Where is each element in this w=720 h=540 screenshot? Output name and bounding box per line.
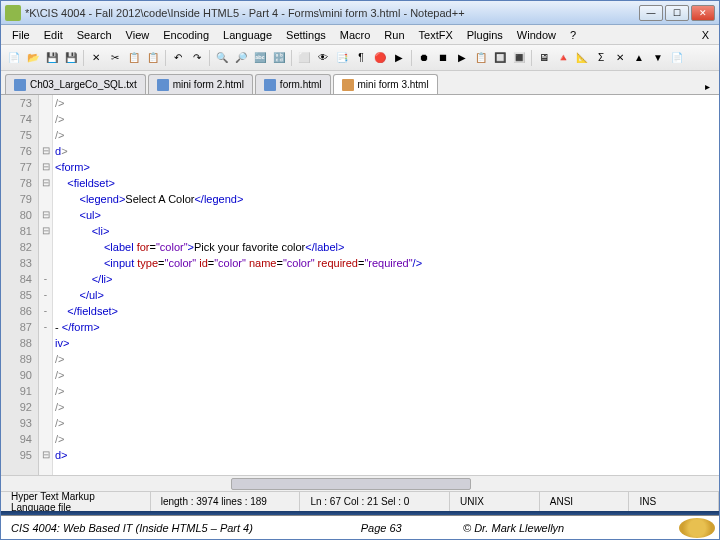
code-line[interactable]: <form>: [55, 159, 719, 175]
code-line[interactable]: />: [55, 351, 719, 367]
code-line[interactable]: <fieldset>: [55, 175, 719, 191]
code-line[interactable]: <legend>Select A Color</legend>: [55, 191, 719, 207]
toolbar-button-25[interactable]: 🔳: [510, 49, 528, 67]
footer-page: Page 63: [309, 522, 453, 534]
window-controls: — ☐ ✕: [639, 5, 715, 21]
menu-help[interactable]: ?: [563, 27, 583, 43]
toolbar-button-9[interactable]: ↷: [188, 49, 206, 67]
toolbar-button-32[interactable]: ▼: [649, 49, 667, 67]
menubar-close-icon[interactable]: X: [696, 27, 715, 43]
titlebar: *K\CIS 4004 - Fall 2012\code\Inside HTML…: [1, 1, 719, 25]
toolbar-button-4[interactable]: ✕: [87, 49, 105, 67]
toolbar-button-29[interactable]: Σ: [592, 49, 610, 67]
menu-edit[interactable]: Edit: [37, 27, 70, 43]
scrollbar-thumb[interactable]: [231, 478, 471, 490]
tab-mini-form-2-html[interactable]: mini form 2.html: [148, 74, 253, 94]
toolbar-button-21[interactable]: ⏹: [434, 49, 452, 67]
tabbar: Ch03_LargeCo_SQL.txtmini form 2.htmlform…: [1, 71, 719, 95]
window-title: *K\CIS 4004 - Fall 2012\code\Inside HTML…: [25, 7, 639, 19]
menu-encoding[interactable]: Encoding: [156, 27, 216, 43]
menu-file[interactable]: File: [5, 27, 37, 43]
toolbar-button-31[interactable]: ▲: [630, 49, 648, 67]
toolbar-button-3[interactable]: 💾: [62, 49, 80, 67]
code-line[interactable]: d>: [55, 143, 719, 159]
code-line[interactable]: <li>: [55, 223, 719, 239]
toolbar-button-33[interactable]: 📄: [668, 49, 686, 67]
app-icon: [5, 5, 21, 21]
toolbar-button-11[interactable]: 🔎: [232, 49, 250, 67]
toolbar-button-12[interactable]: 🔤: [251, 49, 269, 67]
file-icon: [264, 79, 276, 91]
menu-plugins[interactable]: Plugins: [460, 27, 510, 43]
tab-overflow-icon[interactable]: ▸: [699, 78, 715, 94]
toolbar-button-30[interactable]: ✕: [611, 49, 629, 67]
editor-area: 7374757677787980818283848586878889909192…: [1, 95, 719, 475]
menu-window[interactable]: Window: [510, 27, 563, 43]
code-line[interactable]: />: [55, 111, 719, 127]
code-line[interactable]: - </form>: [55, 319, 719, 335]
menu-settings[interactable]: Settings: [279, 27, 333, 43]
toolbar-button-26[interactable]: 🖥: [535, 49, 553, 67]
status-position: Ln : 67 Col : 21 Sel : 0: [300, 492, 450, 511]
menu-run[interactable]: Run: [377, 27, 411, 43]
toolbar: 📄📂💾💾✕✂📋📋↶↷🔍🔎🔤🔡⬜👁📑¶🔴▶⏺⏹▶📋🔲🔳🖥🔺📐Σ✕▲▼📄: [1, 45, 719, 71]
maximize-button[interactable]: ☐: [665, 5, 689, 21]
menu-macro[interactable]: Macro: [333, 27, 378, 43]
menu-view[interactable]: View: [119, 27, 157, 43]
minimize-button[interactable]: —: [639, 5, 663, 21]
code-editor[interactable]: />/>/>d><form> <fieldset> <legend>Select…: [53, 95, 719, 475]
toolbar-button-20[interactable]: ⏺: [415, 49, 433, 67]
toolbar-button-18[interactable]: 🔴: [371, 49, 389, 67]
toolbar-button-6[interactable]: 📋: [125, 49, 143, 67]
toolbar-button-17[interactable]: ¶: [352, 49, 370, 67]
toolbar-button-22[interactable]: ▶: [453, 49, 471, 67]
menubar: FileEditSearchViewEncodingLanguageSettin…: [1, 25, 719, 45]
menu-textfx[interactable]: TextFX: [412, 27, 460, 43]
toolbar-button-15[interactable]: 👁: [314, 49, 332, 67]
code-line[interactable]: iv>: [55, 335, 719, 351]
code-line[interactable]: d>: [55, 447, 719, 463]
toolbar-button-5[interactable]: ✂: [106, 49, 124, 67]
code-line[interactable]: </li>: [55, 271, 719, 287]
toolbar-button-0[interactable]: 📄: [5, 49, 23, 67]
close-button[interactable]: ✕: [691, 5, 715, 21]
code-line[interactable]: />: [55, 431, 719, 447]
footer-course: CIS 4004: Web Based IT (Inside HTML5 – P…: [1, 522, 309, 534]
status-length: length : 3974 lines : 189: [151, 492, 301, 511]
horizontal-scrollbar[interactable]: [1, 475, 719, 491]
status-language: Hyper Text Markup Language file: [1, 492, 151, 511]
code-line[interactable]: <ul>: [55, 207, 719, 223]
code-line[interactable]: />: [55, 383, 719, 399]
toolbar-button-28[interactable]: 📐: [573, 49, 591, 67]
toolbar-button-13[interactable]: 🔡: [270, 49, 288, 67]
toolbar-button-2[interactable]: 💾: [43, 49, 61, 67]
toolbar-button-24[interactable]: 🔲: [491, 49, 509, 67]
tab-ch03-largeco-sql-txt[interactable]: Ch03_LargeCo_SQL.txt: [5, 74, 146, 94]
toolbar-button-19[interactable]: ▶: [390, 49, 408, 67]
menu-language[interactable]: Language: [216, 27, 279, 43]
code-line[interactable]: />: [55, 95, 719, 111]
code-line[interactable]: />: [55, 415, 719, 431]
toolbar-button-27[interactable]: 🔺: [554, 49, 572, 67]
fold-column[interactable]: ⊟⊟⊟ ⊟⊟ ---- ⊟: [39, 95, 53, 475]
toolbar-button-14[interactable]: ⬜: [295, 49, 313, 67]
toolbar-button-1[interactable]: 📂: [24, 49, 42, 67]
tab-mini-form-3-html[interactable]: mini form 3.html: [333, 74, 438, 94]
code-line[interactable]: />: [55, 399, 719, 415]
code-line[interactable]: <input type="color" id="color" name="col…: [55, 255, 719, 271]
toolbar-button-7[interactable]: 📋: [144, 49, 162, 67]
code-line[interactable]: />: [55, 367, 719, 383]
toolbar-button-8[interactable]: ↶: [169, 49, 187, 67]
toolbar-button-23[interactable]: 📋: [472, 49, 490, 67]
line-number-gutter: 7374757677787980818283848586878889909192…: [1, 95, 39, 475]
tab-label: form.html: [280, 79, 322, 90]
tab-label: mini form 3.html: [358, 79, 429, 90]
code-line[interactable]: </ul>: [55, 287, 719, 303]
toolbar-button-10[interactable]: 🔍: [213, 49, 231, 67]
code-line[interactable]: </fieldset>: [55, 303, 719, 319]
tab-form-html[interactable]: form.html: [255, 74, 331, 94]
code-line[interactable]: />: [55, 127, 719, 143]
menu-search[interactable]: Search: [70, 27, 119, 43]
toolbar-button-16[interactable]: 📑: [333, 49, 351, 67]
code-line[interactable]: <label for="color">Pick your favorite co…: [55, 239, 719, 255]
